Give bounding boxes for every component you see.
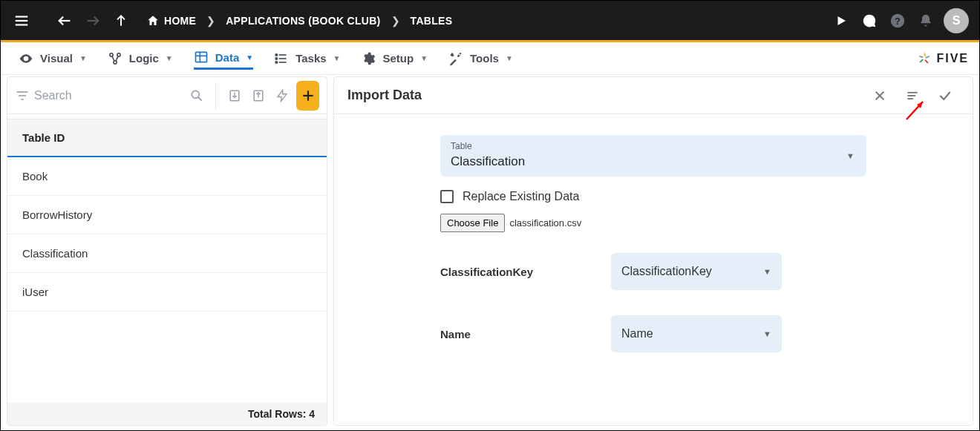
tools-icon	[448, 51, 463, 66]
checkbox-icon[interactable]	[440, 190, 454, 203]
tab-visual[interactable]: Visual▼	[19, 48, 87, 69]
mapping-select-value: ClassificationKey	[621, 265, 771, 278]
breadcrumb-home-label: HOME	[164, 15, 196, 27]
svg-rect-12	[195, 52, 206, 62]
brand-label: FIVE	[936, 52, 969, 65]
svg-line-25	[198, 97, 202, 101]
dropdown-icon: ▼	[246, 53, 253, 62]
svg-point-20	[275, 61, 278, 63]
replace-checkbox-row[interactable]: Replace Existing Data	[440, 190, 866, 203]
breadcrumb: HOME ❯ APPLICATIONS (BOOK CLUB) ❯ TABLES	[146, 14, 452, 27]
page-title: Import Data	[347, 88, 422, 103]
avatar[interactable]: S	[944, 8, 969, 33]
list-icon[interactable]	[898, 82, 927, 110]
svg-point-19	[275, 57, 278, 59]
chevron-down-icon: ▼	[846, 151, 855, 160]
table-select[interactable]: Table Classification ▼	[440, 135, 866, 177]
avatar-initial: S	[953, 14, 961, 27]
download-icon[interactable]	[225, 83, 244, 108]
chevron-right-icon: ❯	[206, 15, 215, 27]
breadcrumb-app[interactable]: APPLICATIONS (BOOK CLUB)	[226, 15, 380, 27]
lightning-icon[interactable]	[272, 83, 292, 108]
tab-tasks-label: Tasks	[295, 52, 326, 65]
choose-file-button[interactable]: Choose File	[440, 214, 505, 232]
left-panel: Table ID Book BorrowHistory Classificati…	[7, 76, 327, 426]
dropdown-icon: ▼	[506, 54, 513, 62]
main: Table ID Book BorrowHistory Classificati…	[1, 76, 979, 431]
help-icon[interactable]: ?	[887, 10, 908, 31]
filter-icon[interactable]	[15, 88, 30, 103]
list-item[interactable]: iUser	[7, 273, 327, 312]
search-icon[interactable]	[187, 83, 206, 108]
tab-tools-label: Tools	[470, 52, 499, 65]
home-icon	[146, 14, 160, 27]
list-item[interactable]: BorrowHistory	[7, 196, 327, 234]
dropdown-icon: ▼	[333, 54, 341, 62]
list-item[interactable]: Book	[7, 157, 327, 196]
upload-icon[interactable]	[249, 83, 268, 108]
column-header[interactable]: Table ID	[7, 119, 327, 157]
tab-tools[interactable]: Tools▼	[448, 48, 513, 69]
left-panel-footer: Total Rows: 4	[7, 403, 327, 425]
brand-logo-icon	[917, 51, 932, 66]
table-list: Book BorrowHistory Classification iUser	[7, 157, 327, 403]
eye-icon	[19, 51, 33, 66]
chevron-down-icon: ▼	[763, 267, 771, 276]
chevron-down-icon: ▼	[763, 329, 771, 338]
svg-point-18	[275, 53, 278, 56]
mapping-select-value: Name	[621, 327, 771, 340]
search-input[interactable]	[34, 89, 183, 102]
right-panel: Import Data Table Classification ▼	[333, 76, 973, 426]
add-button[interactable]	[296, 81, 319, 111]
tab-setup[interactable]: Setup▼	[361, 48, 428, 69]
list-item[interactable]: Classification	[7, 234, 327, 273]
menu-icon[interactable]	[11, 10, 32, 31]
tab-data[interactable]: Data▼	[194, 47, 253, 70]
mapping-select[interactable]: Name ▼	[611, 315, 782, 352]
right-panel-header: Import Data	[334, 77, 973, 114]
breadcrumb-tables[interactable]: TABLES	[411, 15, 453, 27]
back-icon[interactable]	[54, 10, 75, 31]
table-icon	[194, 50, 209, 65]
table-select-label: Table	[451, 141, 856, 151]
topbar: HOME ❯ APPLICATIONS (BOOK CLUB) ❯ TABLES…	[1, 1, 979, 40]
dropdown-icon: ▼	[166, 54, 173, 62]
tab-logic[interactable]: Logic▼	[108, 48, 173, 69]
svg-text:?: ?	[895, 15, 901, 26]
bell-icon[interactable]	[915, 10, 936, 31]
dropdown-icon: ▼	[79, 54, 87, 62]
replace-label: Replace Existing Data	[463, 190, 579, 203]
mapping-field-label: Name	[440, 328, 611, 340]
tasks-icon	[274, 51, 289, 66]
mapping-row: Name Name ▼	[440, 315, 866, 352]
svg-point-24	[192, 91, 199, 98]
confirm-icon[interactable]	[931, 82, 959, 110]
gear-icon	[361, 51, 376, 66]
breadcrumb-home[interactable]: HOME	[146, 14, 196, 27]
tab-setup-label: Setup	[382, 52, 414, 65]
mapping-field-label: ClassificationKey	[440, 266, 611, 278]
mapping-select[interactable]: ClassificationKey ▼	[611, 253, 782, 290]
tab-tasks[interactable]: Tasks▼	[274, 48, 340, 69]
table-select-value: Classification	[451, 154, 856, 169]
chat-icon[interactable]	[859, 10, 880, 31]
file-name: classification.csv	[509, 217, 581, 228]
mapping-row: ClassificationKey ClassificationKey ▼	[440, 253, 866, 290]
forward-icon	[82, 10, 103, 31]
logic-icon	[108, 51, 122, 66]
tab-logic-label: Logic	[129, 52, 159, 65]
brand: FIVE	[917, 51, 969, 66]
svg-marker-30	[278, 90, 287, 101]
left-panel-toolbar	[7, 77, 327, 114]
svg-marker-6	[838, 16, 846, 25]
close-icon[interactable]	[866, 82, 894, 110]
dropdown-icon: ▼	[420, 54, 428, 62]
tab-visual-label: Visual	[40, 52, 73, 65]
form-body: Table Classification ▼ Replace Existing …	[334, 114, 973, 378]
play-icon[interactable]	[831, 10, 852, 31]
nav-tabs: Visual▼ Logic▼ Data▼ Tasks▼ Setup▼ Tools…	[1, 42, 979, 75]
file-row: Choose File classification.csv	[440, 214, 866, 232]
up-icon[interactable]	[111, 10, 131, 31]
chevron-right-icon: ❯	[391, 15, 400, 27]
tab-data-label: Data	[215, 51, 240, 64]
